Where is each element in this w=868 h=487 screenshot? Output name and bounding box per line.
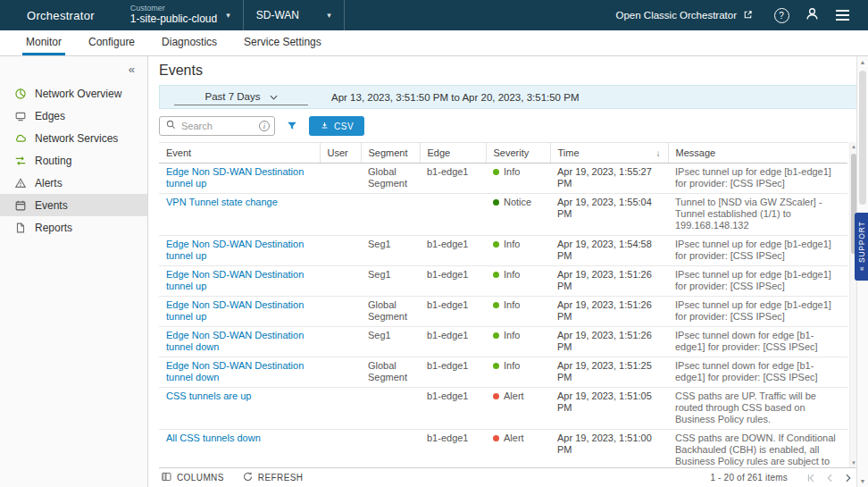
cell-message: CSS paths are DOWN. If Conditional Backh… bbox=[668, 430, 847, 468]
table-header-row: Event User Segment Edge Severity Time↓ M… bbox=[159, 143, 847, 164]
cell-segment: Global Segment bbox=[361, 297, 420, 327]
search-input[interactable] bbox=[181, 121, 255, 131]
sidebar-item-edges[interactable]: Edges bbox=[0, 105, 147, 127]
cell-user bbox=[320, 164, 361, 194]
severity-label: Info bbox=[504, 166, 520, 178]
scroll-up-icon[interactable]: ▲ bbox=[857, 59, 868, 65]
cell-time: Apr 19, 2023, 1:54:58 PM bbox=[550, 236, 668, 266]
severity-dot bbox=[493, 272, 499, 278]
search-info-icon[interactable]: i bbox=[259, 121, 270, 131]
table-row[interactable]: Edge Non SD-WAN Destination tunnel down … bbox=[159, 357, 847, 388]
scroll-down-icon[interactable]: ▼ bbox=[857, 478, 868, 484]
severity-dot bbox=[493, 332, 499, 339]
event-link[interactable]: CSS tunnels are up bbox=[166, 390, 251, 401]
cell-message: IPsec tunnel up for edge [b1-edge1] for … bbox=[668, 164, 847, 194]
external-link-icon bbox=[742, 9, 754, 22]
cell-edge: b1-edge1 bbox=[420, 297, 486, 327]
sidebar-item-reports[interactable]: Reports bbox=[0, 216, 147, 239]
table-row[interactable]: All CSS tunnels down b1-edge1 Alert Apr … bbox=[159, 430, 847, 468]
table-row[interactable]: Edge Non SD-WAN Destination tunnel down … bbox=[159, 327, 847, 357]
severity-dot bbox=[493, 199, 499, 206]
event-link[interactable]: Edge Non SD-WAN Destination tunnel up bbox=[166, 239, 304, 261]
sidebar-item-events[interactable]: Events bbox=[0, 194, 147, 216]
refresh-icon bbox=[242, 471, 254, 484]
cell-time: Apr 19, 2023, 1:55:04 PM bbox=[550, 194, 668, 236]
cell-segment bbox=[361, 388, 420, 430]
cell-time: Apr 19, 2023, 1:51:25 PM bbox=[550, 357, 668, 388]
sidebar-item-network-overview[interactable]: Network Overview bbox=[0, 82, 147, 105]
severity-label: Info bbox=[504, 239, 520, 250]
severity-cell: Info bbox=[486, 327, 550, 357]
service-selector[interactable]: SD-WAN ▾ bbox=[244, 0, 344, 30]
table-row[interactable]: Edge Non SD-WAN Destination tunnel up Gl… bbox=[159, 164, 847, 194]
severity-label: Alert bbox=[504, 390, 524, 402]
user-menu-button[interactable] bbox=[797, 0, 827, 30]
table-row[interactable]: CSS tunnels are up b1-edge1 Alert Apr 19… bbox=[159, 388, 847, 430]
search-icon bbox=[165, 119, 177, 133]
events-page: Events Past 7 Days Apr 13, 2023, 3:51:50… bbox=[148, 56, 868, 487]
event-link[interactable]: All CSS tunnels down bbox=[166, 432, 261, 443]
severity-dot bbox=[493, 241, 499, 248]
tab-service-settings[interactable]: Service Settings bbox=[240, 30, 325, 55]
first-page-icon[interactable] bbox=[805, 473, 816, 483]
network-services-icon bbox=[13, 131, 27, 145]
cell-user bbox=[320, 236, 361, 266]
severity-dot bbox=[493, 302, 499, 308]
sidebar-item-label: Alerts bbox=[35, 177, 63, 189]
time-range-select[interactable]: Past 7 Days bbox=[174, 89, 308, 105]
table-row[interactable]: VPN Tunnel state change Notice Apr 19, 2… bbox=[159, 194, 847, 236]
sidebar-item-label: Network Services bbox=[35, 132, 118, 145]
tab-configure[interactable]: Configure bbox=[85, 30, 138, 55]
csv-export-button[interactable]: CSV bbox=[309, 116, 364, 136]
event-link[interactable]: VPN Tunnel state change bbox=[166, 197, 278, 207]
sidebar-item-network-services[interactable]: Network Services bbox=[0, 127, 147, 149]
sidebar-item-routing[interactable]: Routing bbox=[0, 149, 147, 172]
help-button[interactable]: ? bbox=[766, 0, 797, 30]
severity-label: Info bbox=[504, 360, 520, 372]
filter-button[interactable] bbox=[284, 118, 300, 134]
hamburger-menu-button[interactable] bbox=[827, 0, 857, 30]
event-link[interactable]: Edge Non SD-WAN Destination tunnel down bbox=[166, 330, 304, 352]
column-header-time[interactable]: Time↓ bbox=[550, 143, 668, 164]
events-table: Event User Segment Edge Severity Time↓ M… bbox=[159, 142, 847, 467]
tab-monitor[interactable]: Monitor bbox=[22, 30, 65, 55]
event-link[interactable]: Edge Non SD-WAN Destination tunnel down bbox=[166, 360, 304, 382]
cell-segment: Seg1 bbox=[361, 236, 420, 266]
page-scrollbar-thumb[interactable] bbox=[859, 71, 866, 205]
event-link[interactable]: Edge Non SD-WAN Destination tunnel up bbox=[166, 166, 304, 189]
event-link[interactable]: Edge Non SD-WAN Destination tunnel up bbox=[166, 269, 304, 291]
event-link[interactable]: Edge Non SD-WAN Destination tunnel up bbox=[166, 299, 304, 322]
tab-diagnostics[interactable]: Diagnostics bbox=[158, 30, 221, 55]
column-header-event[interactable]: Event bbox=[159, 143, 320, 164]
previous-page-icon[interactable] bbox=[824, 473, 835, 483]
support-tab[interactable]: « SUPPORT bbox=[855, 213, 868, 281]
refresh-button[interactable]: REFRESH bbox=[242, 471, 304, 484]
table-row[interactable]: Edge Non SD-WAN Destination tunnel up Gl… bbox=[159, 297, 847, 327]
customer-selector[interactable]: Customer 1-site-public-cloud ▾ bbox=[118, 0, 243, 30]
sidebar-item-label: Edges bbox=[35, 110, 65, 122]
service-value: SD-WAN bbox=[256, 9, 299, 21]
cell-segment bbox=[361, 430, 420, 468]
cell-time: Apr 19, 2023, 1:51:05 PM bbox=[550, 388, 668, 430]
column-header-segment[interactable]: Segment bbox=[361, 143, 420, 164]
severity-label: Info bbox=[504, 269, 520, 281]
table-row[interactable]: Edge Non SD-WAN Destination tunnel up Se… bbox=[159, 236, 847, 266]
open-classic-link[interactable]: Open Classic Orchestrator bbox=[604, 0, 767, 30]
next-page-icon[interactable] bbox=[843, 473, 854, 483]
table-row[interactable]: Edge Non SD-WAN Destination tunnel up Se… bbox=[159, 266, 847, 297]
column-header-message[interactable]: Message bbox=[668, 143, 847, 164]
sidebar-item-alerts[interactable]: Alerts bbox=[0, 172, 147, 194]
chevron-down-icon: ▾ bbox=[226, 11, 230, 20]
cell-user bbox=[320, 388, 361, 430]
column-header-user[interactable]: User bbox=[320, 143, 361, 164]
time-range-value: Past 7 Days bbox=[205, 91, 261, 102]
cell-message: IPsec tunnel down for edge [b1-edge1] fo… bbox=[668, 357, 847, 388]
column-header-severity[interactable]: Severity bbox=[486, 143, 550, 164]
events-icon bbox=[13, 198, 27, 212]
column-header-edge[interactable]: Edge bbox=[420, 143, 486, 164]
sort-descending-icon[interactable]: ↓ bbox=[653, 148, 661, 158]
columns-button[interactable]: COLUMNS bbox=[161, 471, 224, 484]
user-icon bbox=[805, 6, 820, 24]
sidebar-collapse-icon[interactable]: « bbox=[129, 63, 135, 75]
product-logo[interactable]: Orchestrator bbox=[0, 0, 118, 30]
